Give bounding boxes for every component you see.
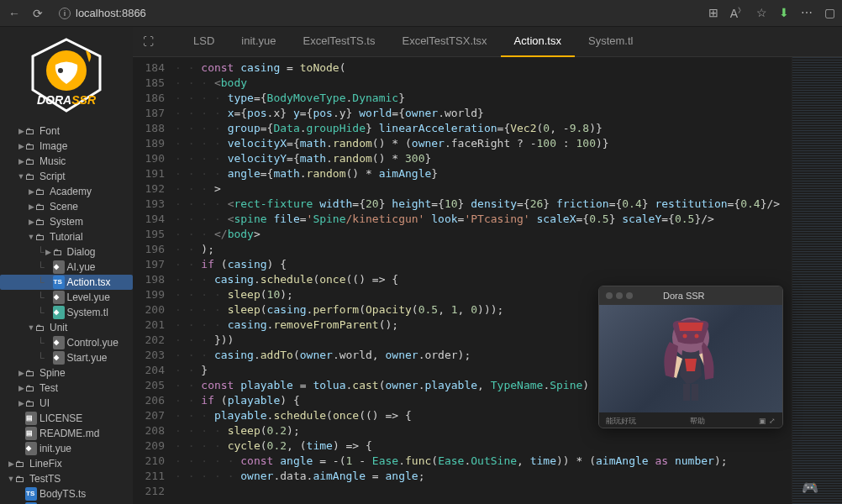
tree-item-label: System.tl bbox=[67, 306, 108, 319]
more-icon[interactable]: ⋯ bbox=[801, 6, 813, 20]
folder-icon: 🗀 bbox=[25, 139, 37, 153]
file-icon: TS bbox=[53, 276, 65, 289]
preview-window[interactable]: Dora SSR bbox=[598, 286, 783, 428]
tree-item-label: Scene bbox=[50, 200, 78, 213]
controller-icon[interactable]: 🎮 bbox=[802, 480, 818, 496]
back-button[interactable]: ← bbox=[7, 7, 22, 20]
tree-item-script[interactable]: 🗀Script bbox=[0, 169, 133, 184]
tree-item-testts[interactable]: 🗀TestTS bbox=[0, 471, 133, 486]
tab-exceltestts-ts[interactable]: ExcelTestTS.ts bbox=[290, 27, 389, 57]
minimap[interactable] bbox=[792, 57, 842, 504]
folder-icon: 🗀 bbox=[25, 155, 37, 168]
character-sprite bbox=[653, 312, 729, 405]
favorite-icon[interactable]: ☆ bbox=[756, 6, 767, 20]
tree-item-label: Music bbox=[39, 155, 66, 168]
tab-init-yue[interactable]: init.yue bbox=[228, 27, 289, 57]
tree-item-level-yue[interactable]: └ ◆Level.yue bbox=[0, 290, 133, 305]
code-editor[interactable]: · · const casing = toNode( · · · <body ·… bbox=[175, 57, 792, 504]
tab-action-tsx[interactable]: Action.tsx bbox=[501, 27, 575, 57]
caret-icon bbox=[27, 230, 35, 244]
svg-point-1 bbox=[58, 68, 63, 73]
tree-item-label: AI.yue bbox=[67, 260, 96, 274]
app-icon[interactable]: ⊞ bbox=[708, 6, 718, 20]
tree-item-label: Action.tsx bbox=[67, 276, 111, 289]
tree-item-bodyts-ts[interactable]: TSBodyTS.ts bbox=[0, 486, 133, 501]
caret-icon bbox=[17, 366, 25, 380]
tree-item-label: BodyTS.ts bbox=[39, 487, 86, 501]
preview-viewport bbox=[599, 305, 782, 412]
caret-icon bbox=[27, 200, 35, 213]
tree-item-start-yue[interactable]: └ ◆Start.yue bbox=[0, 350, 133, 365]
tree-item-label: Image bbox=[39, 139, 67, 153]
folder-icon: 🗀 bbox=[15, 457, 27, 470]
tree-item-test[interactable]: 🗀Test bbox=[0, 381, 133, 396]
preview-status-left: 能玩好玩 bbox=[606, 416, 636, 427]
preview-statusbar: 能玩好玩 帮助 ▣ ⤢ bbox=[599, 412, 782, 428]
file-icon: ◈ bbox=[53, 306, 65, 319]
tree-item-label: README.md bbox=[39, 427, 99, 440]
download-icon[interactable]: ⬇ bbox=[779, 6, 789, 20]
window-controls[interactable] bbox=[606, 292, 633, 299]
tree-item-label: Academy bbox=[50, 185, 92, 198]
tree-item-label: LineFix bbox=[29, 457, 62, 470]
info-icon[interactable]: i bbox=[59, 8, 71, 19]
tree-item-label: LICENSE bbox=[39, 412, 82, 425]
tree-item-font[interactable]: 🗀Font bbox=[0, 123, 133, 139]
tree-item-init-yue[interactable]: ◆init.yue bbox=[0, 441, 133, 456]
tree-item-label: init.yue bbox=[39, 442, 71, 455]
code-container: 184 185 186 187 188 189 190 191 192 193 … bbox=[133, 57, 842, 504]
tree-item-spine[interactable]: 🗀Spine bbox=[0, 365, 133, 381]
logo: DORASSR bbox=[0, 32, 133, 123]
tab-lsd[interactable]: LSD bbox=[180, 27, 228, 57]
folder-icon: 🗀 bbox=[25, 366, 37, 380]
read-icon[interactable]: A》 bbox=[730, 6, 745, 20]
sidebar-toggle-icon[interactable]: ▢ bbox=[824, 6, 835, 20]
caret-icon bbox=[17, 124, 25, 138]
fullscreen-button[interactable]: ⛶ bbox=[133, 35, 163, 48]
folder-icon: 🗀 bbox=[25, 124, 37, 138]
url-bar[interactable]: i localhost:8866 bbox=[54, 7, 700, 19]
tab-system-tl[interactable]: System.tl bbox=[575, 27, 646, 57]
url-text: localhost:8866 bbox=[76, 7, 146, 19]
file-icon: ◆ bbox=[53, 291, 65, 304]
tree-item-readme-md[interactable]: ▤README.md bbox=[0, 426, 133, 441]
file-explorer-sidebar: DORASSR 🗀Font🗀Image🗀Music🗀Script🗀Academy… bbox=[0, 27, 133, 504]
editor-tabs: LSDinit.yueExcelTestTS.tsExcelTestTSX.ts… bbox=[163, 27, 842, 57]
tree-item-tutorial[interactable]: 🗀Tutorial bbox=[0, 229, 133, 244]
tree-item-academy[interactable]: 🗀Academy bbox=[0, 184, 133, 199]
preview-title: Dora SSR bbox=[663, 291, 705, 301]
caret-icon bbox=[17, 381, 25, 395]
file-icon: ▤ bbox=[25, 412, 37, 425]
tree-item-dialog[interactable]: └ 🗀Dialog bbox=[0, 244, 133, 260]
tree-item-scene[interactable]: 🗀Scene bbox=[0, 199, 133, 214]
tree-item-label: Script bbox=[39, 170, 66, 183]
tree-item-music[interactable]: 🗀Music bbox=[0, 154, 133, 169]
tree-item-linefix[interactable]: 🗀LineFix bbox=[0, 456, 133, 471]
caret-icon bbox=[17, 170, 25, 183]
browser-toolbar: ← ⟳ i localhost:8866 ⊞ A》 ☆ ⬇ ⋯ ▢ bbox=[0, 0, 842, 27]
tree-item-license[interactable]: ▤LICENSE bbox=[0, 411, 133, 426]
folder-icon: 🗀 bbox=[25, 381, 37, 395]
tree-item-action-tsx[interactable]: └ TSAction.tsx bbox=[0, 275, 133, 290]
caret-icon bbox=[7, 472, 15, 486]
tab-exceltesttsx-tsx[interactable]: ExcelTestTSX.tsx bbox=[388, 27, 500, 57]
tree-item-ui[interactable]: 🗀UI bbox=[0, 396, 133, 411]
file-icon: ◆ bbox=[25, 442, 37, 455]
tree-item-image[interactable]: 🗀Image bbox=[0, 139, 133, 154]
preview-titlebar[interactable]: Dora SSR bbox=[599, 286, 782, 305]
tree-item-label: Tutorial bbox=[50, 230, 83, 244]
tree-item-system-tl[interactable]: └ ◈System.tl bbox=[0, 305, 133, 320]
preview-status-right: ▣ ⤢ bbox=[759, 417, 776, 425]
folder-icon: 🗀 bbox=[35, 200, 47, 213]
caret-icon bbox=[17, 155, 25, 168]
tree-item-label: UI bbox=[39, 396, 50, 410]
tree-item-ai-yue[interactable]: └ ◆AI.yue bbox=[0, 260, 133, 275]
caret-icon bbox=[17, 396, 25, 410]
tree-item-label: Start.yue bbox=[67, 351, 108, 365]
refresh-button[interactable]: ⟳ bbox=[30, 7, 45, 20]
tree-item-system[interactable]: 🗀System bbox=[0, 214, 133, 229]
folder-icon: 🗀 bbox=[35, 321, 47, 334]
folder-icon: 🗀 bbox=[35, 230, 47, 244]
tree-item-unit[interactable]: 🗀Unit bbox=[0, 320, 133, 335]
tree-item-control-yue[interactable]: └ ◆Control.yue bbox=[0, 335, 133, 350]
